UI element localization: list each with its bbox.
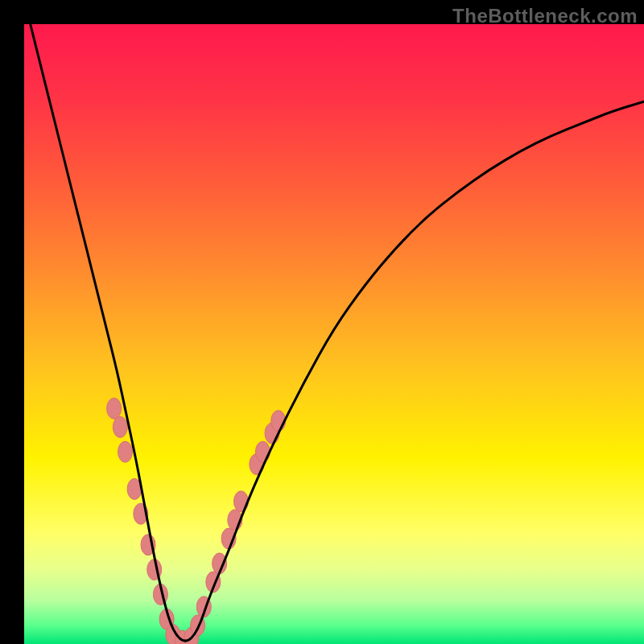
curve-layer [24, 24, 644, 644]
watermark-text: TheBottleneck.com [452, 5, 638, 27]
plot-area [24, 24, 644, 644]
data-marker [118, 441, 133, 462]
data-markers [107, 398, 286, 644]
chart-frame: TheBottleneck.com [0, 0, 644, 644]
data-marker [113, 417, 127, 438]
bottleneck-curve [31, 24, 644, 641]
data-marker [255, 441, 270, 462]
data-marker [107, 398, 122, 419]
data-marker [234, 491, 249, 512]
